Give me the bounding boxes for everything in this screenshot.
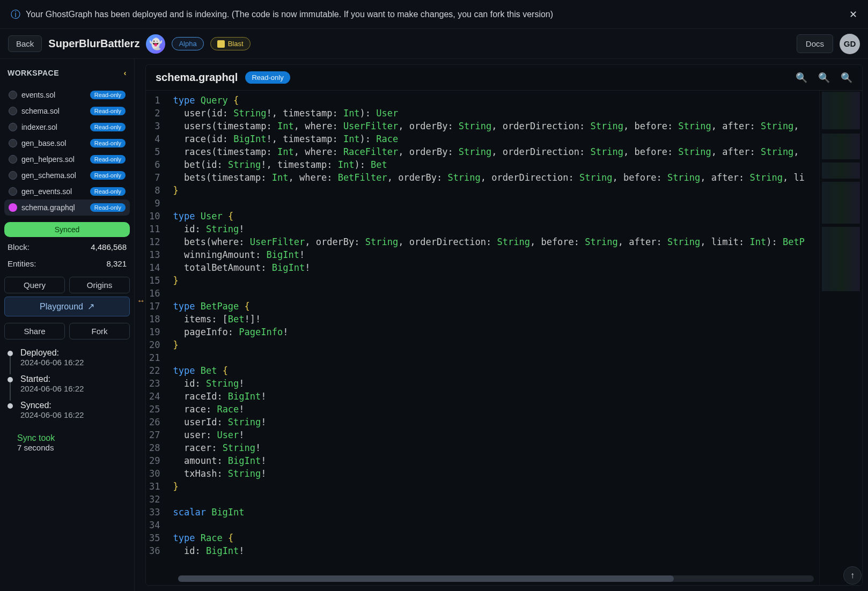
timeline-dot-icon: [8, 377, 13, 382]
file-item-gen_events-sol[interactable]: gen_events.solRead-only: [4, 183, 130, 200]
file-name: gen_helpers.sol: [21, 155, 75, 164]
editor-body[interactable]: 1 2 3 4 5 6 7 8 9 10 11 12 13 14 15 16 1…: [146, 91, 862, 585]
sync-took-value: 7 seconds: [17, 443, 130, 452]
file-name: indexer.sol: [21, 123, 57, 131]
blast-label: Blast: [228, 40, 244, 48]
timeline-dot-icon: [8, 403, 13, 409]
zoom-out-icon[interactable]: 🔍: [818, 72, 830, 84]
file-name: gen_base.sol: [21, 139, 66, 147]
h-scrollbar[interactable]: [178, 575, 814, 582]
timeline-item: Started:2024-06-06 16:22: [8, 374, 130, 393]
sync-took-label: Sync took: [17, 433, 130, 443]
info-banner: ⓘ Your GhostGraph has been deployed and …: [0, 0, 868, 29]
timeline-date: 2024-06-06 16:22: [20, 384, 130, 393]
project-title: SuperBlurBattlerz: [48, 38, 139, 50]
file-icon: [9, 187, 17, 196]
file-icon: [9, 171, 17, 180]
timeline-item: Synced:2024-06-06 16:22: [8, 401, 130, 419]
file-item-events-sol[interactable]: events.solRead-only: [4, 87, 130, 103]
minimap[interactable]: [819, 91, 862, 585]
file-icon: [9, 123, 17, 131]
alpha-badge: Alpha: [172, 37, 203, 50]
file-item-indexer-sol[interactable]: indexer.solRead-only: [4, 119, 130, 135]
file-item-gen_base-sol[interactable]: gen_base.solRead-only: [4, 135, 130, 151]
file-name: gen_schema.sol: [21, 171, 76, 180]
chevron-left-icon[interactable]: ‹: [124, 69, 127, 77]
editor-header: schema.graphql Read-only 🔍 🔍 🔍: [146, 65, 862, 91]
file-item-gen_schema-sol[interactable]: gen_schema.solRead-only: [4, 167, 130, 183]
external-link-icon: ↗: [87, 301, 94, 312]
file-list: events.solRead-onlyschema.solRead-onlyin…: [4, 87, 130, 216]
topbar: Back SuperBlurBattlerz 👻 Alpha Blast Doc…: [0, 29, 868, 59]
timeline-title: Synced:: [20, 401, 130, 410]
file-icon: [9, 155, 17, 164]
resize-handle-icon[interactable]: ↔: [137, 296, 145, 306]
file-item-schema-graphql[interactable]: schema.graphqlRead-only: [4, 200, 130, 216]
readonly-badge: Read-only: [90, 155, 126, 164]
file-item-gen_helpers-sol[interactable]: gen_helpers.solRead-only: [4, 151, 130, 167]
main: WORKSPACE ‹ events.solRead-onlyschema.so…: [0, 59, 868, 591]
close-icon[interactable]: ✕: [849, 9, 857, 20]
readonly-badge: Read-only: [90, 203, 126, 212]
timeline-title: Started:: [20, 374, 130, 384]
editor-pane: schema.graphql Read-only 🔍 🔍 🔍 1 2 3 4 5…: [135, 59, 868, 591]
block-value: 4,486,568: [91, 242, 127, 252]
readonly-badge: Read-only: [90, 91, 126, 99]
readonly-badge: Read-only: [90, 139, 126, 147]
file-name: gen_events.sol: [21, 187, 72, 196]
fork-button[interactable]: Fork: [69, 323, 130, 339]
file-name: schema.graphql: [21, 203, 75, 212]
h-scrollbar-thumb[interactable]: [178, 575, 674, 582]
blast-icon: [217, 40, 225, 48]
origins-button[interactable]: Origins: [69, 277, 130, 293]
playground-button[interactable]: Playground↗: [4, 297, 130, 316]
editor-filename: schema.graphql: [156, 71, 238, 84]
entities-value: 8,321: [106, 259, 127, 268]
timeline-dot-icon: [8, 351, 13, 356]
share-button[interactable]: Share: [4, 323, 65, 339]
timeline-date: 2024-06-06 16:22: [20, 358, 130, 367]
file-icon: [9, 91, 17, 99]
docs-button[interactable]: Docs: [797, 34, 833, 53]
workspace-header: WORKSPACE ‹: [4, 65, 130, 84]
readonly-badge: Read-only: [245, 71, 290, 84]
timeline-item: Deployed:2024-06-06 16:22: [8, 348, 130, 367]
user-avatar[interactable]: GD: [840, 34, 860, 54]
timeline-title: Deployed:: [20, 348, 130, 358]
block-label: Block:: [8, 242, 30, 252]
readonly-badge: Read-only: [90, 107, 126, 115]
timeline: Deployed:2024-06-06 16:22Started:2024-06…: [4, 348, 130, 427]
file-name: events.sol: [21, 91, 55, 99]
file-icon: [9, 203, 17, 212]
file-icon: [9, 107, 17, 115]
readonly-badge: Read-only: [90, 171, 126, 180]
timeline-date: 2024-06-06 16:22: [20, 410, 130, 419]
ghost-avatar-icon: 👻: [146, 34, 165, 54]
file-name: schema.sol: [21, 107, 60, 115]
blast-badge: Blast: [210, 37, 251, 50]
entities-label: Entities:: [8, 259, 36, 268]
file-icon: [9, 139, 17, 147]
banner-text: Your GhostGraph has been deployed and is…: [26, 10, 844, 19]
search-icon[interactable]: 🔍: [841, 72, 852, 84]
back-button[interactable]: Back: [8, 35, 42, 52]
sidebar: WORKSPACE ‹ events.solRead-onlyschema.so…: [0, 59, 135, 591]
sync-status: Synced: [4, 222, 130, 237]
playground-label: Playground: [40, 302, 83, 312]
zoom-in-icon[interactable]: 🔍: [796, 72, 807, 84]
workspace-title: WORKSPACE: [8, 69, 59, 77]
editor-shell: schema.graphql Read-only 🔍 🔍 🔍 1 2 3 4 5…: [145, 64, 863, 586]
readonly-badge: Read-only: [90, 187, 126, 196]
code-area[interactable]: type Query { user(id: String!, timestamp…: [166, 91, 819, 585]
file-item-schema-sol[interactable]: schema.solRead-only: [4, 103, 130, 119]
scroll-top-button[interactable]: ↑: [843, 566, 862, 585]
line-gutter: 1 2 3 4 5 6 7 8 9 10 11 12 13 14 15 16 1…: [146, 91, 166, 585]
query-button[interactable]: Query: [4, 277, 65, 293]
info-icon: ⓘ: [11, 8, 20, 21]
readonly-badge: Read-only: [90, 123, 126, 131]
